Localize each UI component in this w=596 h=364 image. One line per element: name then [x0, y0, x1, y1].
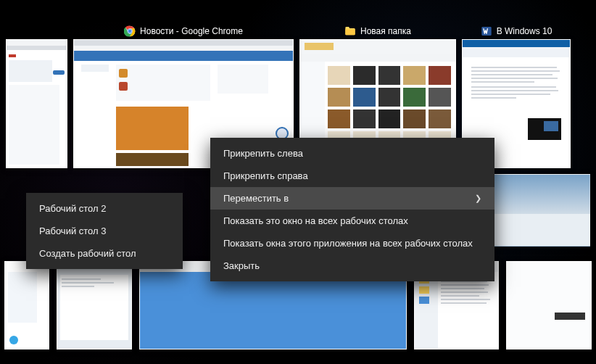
menu-item-label: Показать это окно на всех рабочих столах: [223, 215, 408, 226]
window-title-bar: В Windows 10: [476, 23, 557, 39]
chrome-icon: [124, 25, 136, 37]
menu-item-show-app-all-desktops[interactable]: Показать окна этого приложения на всех р…: [210, 232, 494, 255]
window-title-bar: Новости - Google Chrome: [120, 23, 247, 39]
svg-point-4: [128, 30, 131, 33]
menu-item-label: Рабочий стол 3: [39, 226, 106, 236]
submenu-item-desktop-2[interactable]: Рабочий стол 2: [26, 197, 183, 220]
window-title-bar: Новая папка: [340, 23, 415, 39]
submenu-item-desktop-3[interactable]: Рабочий стол 3: [26, 220, 183, 242]
folder-icon: [344, 25, 356, 37]
window-thumbnail[interactable]: [506, 261, 592, 349]
window-title: В Windows 10: [497, 26, 552, 36]
window-title: Новости - Google Chrome: [140, 26, 243, 36]
task-view: Новости - Google Chrome: [0, 0, 596, 364]
word-icon: [481, 25, 492, 37]
menu-item-pin-left[interactable]: Прикрепить слева: [210, 142, 494, 165]
submenu-item-new-desktop[interactable]: Создать рабочий стол: [26, 242, 183, 265]
menu-item-pin-right[interactable]: Прикрепить справа: [210, 165, 494, 187]
window-thumbnail[interactable]: [6, 39, 67, 168]
menu-item-close[interactable]: Закрыть: [210, 255, 494, 277]
window-thumbnail[interactable]: [57, 261, 132, 349]
window-context-menu: Прикрепить слева Прикрепить справа Перем…: [210, 138, 494, 281]
menu-item-move-to[interactable]: Переместить в ❯: [210, 187, 494, 210]
menu-item-label: Рабочий стол 2: [39, 203, 106, 214]
menu-item-label: Прикрепить слева: [223, 148, 303, 159]
window-title: Новая папка: [360, 26, 411, 36]
chevron-right-icon: ❯: [475, 194, 481, 203]
menu-item-label: Закрыть: [223, 260, 260, 271]
menu-item-label: Показать окна этого приложения на всех р…: [223, 238, 473, 249]
move-to-submenu: Рабочий стол 2 Рабочий стол 3 Создать ра…: [26, 193, 183, 269]
menu-item-label: Переместить в: [223, 193, 289, 204]
desktop-preview[interactable]: [481, 174, 590, 247]
menu-item-show-window-all-desktops[interactable]: Показать это окно на всех рабочих столах: [210, 210, 494, 232]
menu-item-label: Прикрепить справа: [223, 170, 308, 181]
window-thumbnail[interactable]: [4, 261, 49, 349]
menu-item-label: Создать рабочий стол: [39, 248, 136, 259]
